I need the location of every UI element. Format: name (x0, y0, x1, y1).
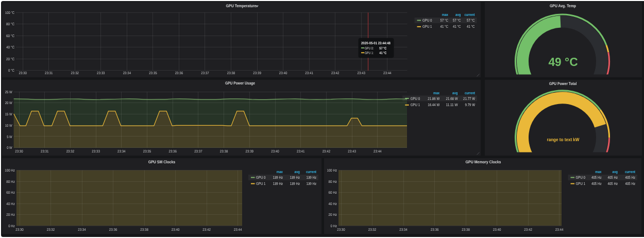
svg-text:avg: avg (295, 169, 300, 174)
svg-text:GPU Power Total: GPU Power Total (549, 81, 577, 86)
svg-text:23:40: 23:40 (271, 150, 279, 154)
svg-text:GPU 1: GPU 1 (411, 103, 420, 107)
svg-text:range to text kW: range to text kW (547, 137, 579, 142)
svg-text:23:34: 23:34 (123, 72, 131, 75)
svg-text:23:37: 23:37 (201, 72, 209, 75)
svg-text:current: current (306, 169, 316, 174)
svg-text:21.68 W: 21.68 W (446, 96, 459, 101)
svg-text:23:35: 23:35 (143, 150, 151, 154)
svg-text:GPU 1: GPU 1 (576, 181, 586, 186)
svg-text:23:36: 23:36 (109, 228, 117, 232)
svg-text:max: max (442, 12, 449, 17)
svg-text:40 Hz: 40 Hz (329, 202, 337, 206)
svg-text:100 °C: 100 °C (5, 11, 14, 15)
svg-text:23:38: 23:38 (462, 228, 470, 232)
svg-text:GPU 1: GPU 1 (256, 181, 266, 186)
svg-text:23:44: 23:44 (555, 228, 564, 232)
svg-text:57 °C: 57 °C (453, 18, 461, 23)
svg-text:GPU 0:: GPU 0: (365, 47, 374, 50)
svg-text:0 Hz: 0 Hz (8, 225, 15, 228)
svg-text:20 W: 20 W (5, 101, 12, 105)
svg-text:23:42: 23:42 (202, 228, 211, 232)
svg-text:0 °C: 0 °C (8, 69, 14, 73)
svg-text:21.86 W: 21.86 W (428, 96, 440, 101)
svg-text:23:34: 23:34 (117, 150, 126, 154)
svg-text:139 Hz: 139 Hz (273, 181, 283, 186)
svg-text:23:43: 23:43 (357, 72, 365, 75)
svg-text:23:44: 23:44 (383, 72, 392, 75)
svg-text:41 °C: 41 °C (467, 24, 475, 29)
svg-text:405 Hz: 405 Hz (591, 175, 602, 180)
svg-text:0 W: 0 W (7, 146, 12, 150)
svg-text:23:36: 23:36 (431, 228, 439, 232)
svg-text:25 W: 25 W (5, 91, 12, 94)
svg-text:139 Hz: 139 Hz (290, 175, 300, 180)
svg-text:23:44: 23:44 (374, 150, 382, 154)
svg-text:GPU Temperature: GPU Temperature (226, 4, 257, 8)
svg-text:max: max (433, 91, 440, 95)
svg-text:23:38: 23:38 (227, 72, 235, 75)
svg-text:GPU 0: GPU 0 (411, 96, 420, 101)
svg-text:23:33: 23:33 (92, 150, 100, 154)
svg-text:23:32: 23:32 (47, 228, 55, 232)
svg-text:9.79 W: 9.79 W (465, 103, 476, 107)
svg-text:80 Hz: 80 Hz (329, 180, 337, 184)
svg-text:41 °C: 41 °C (379, 52, 386, 55)
svg-text:max: max (595, 169, 602, 174)
svg-text:80 Hz: 80 Hz (6, 180, 15, 184)
svg-text:40 °C: 40 °C (6, 46, 14, 49)
svg-text:avg: avg (452, 91, 458, 95)
svg-text:100 Hz: 100 Hz (327, 169, 337, 173)
svg-text:23:37: 23:37 (194, 150, 202, 154)
svg-text:GPU SM Clocks: GPU SM Clocks (148, 160, 176, 164)
svg-text:23:36: 23:36 (168, 150, 177, 154)
svg-text:current: current (465, 91, 475, 95)
svg-text:23:36: 23:36 (175, 72, 183, 75)
svg-text:23:35: 23:35 (149, 72, 157, 75)
svg-text:405 Hz: 405 Hz (591, 181, 602, 186)
svg-text:23:42: 23:42 (323, 150, 331, 154)
svg-text:current: current (464, 12, 474, 17)
svg-text:0 Hz: 0 Hz (331, 225, 337, 228)
svg-text:5 W: 5 W (7, 135, 12, 139)
svg-text:23:30: 23:30 (337, 228, 345, 232)
svg-text:23:40: 23:40 (493, 228, 501, 232)
svg-text:139 Hz: 139 Hz (273, 175, 283, 180)
svg-text:57 °C: 57 °C (440, 18, 449, 23)
svg-text:21.77 W: 21.77 W (463, 96, 476, 101)
svg-text:405 Hz: 405 Hz (608, 175, 618, 180)
svg-text:23:32: 23:32 (71, 72, 79, 75)
svg-text:23:31: 23:31 (45, 72, 53, 75)
svg-text:current: current (625, 169, 635, 174)
svg-text:GPU Avg. Temp: GPU Avg. Temp (550, 4, 576, 8)
svg-text:23:39: 23:39 (246, 150, 254, 154)
svg-text:GPU Memory Clocks: GPU Memory Clocks (466, 160, 501, 164)
svg-text:405 Hz: 405 Hz (625, 181, 636, 186)
svg-text:80 °C: 80 °C (6, 23, 14, 26)
svg-text:23:40: 23:40 (172, 228, 180, 232)
svg-text:GPU 0: GPU 0 (422, 18, 432, 23)
svg-text:23:34: 23:34 (399, 228, 408, 232)
svg-text:GPU 1: GPU 1 (422, 24, 432, 29)
svg-text:avg: avg (613, 169, 618, 174)
svg-text:GPU 0: GPU 0 (256, 175, 266, 180)
svg-text:60 °C: 60 °C (6, 35, 14, 38)
svg-text:41 °C: 41 °C (440, 24, 449, 29)
svg-text:23:33: 23:33 (97, 72, 105, 75)
svg-text:23:42: 23:42 (524, 228, 532, 232)
svg-text:405 Hz: 405 Hz (608, 181, 618, 186)
svg-text:23:34: 23:34 (78, 228, 86, 232)
svg-text:GPU 1:: GPU 1: (365, 52, 374, 55)
svg-text:23:32: 23:32 (368, 228, 377, 232)
svg-text:max: max (277, 169, 283, 174)
svg-text:11.11 W: 11.11 W (446, 103, 459, 107)
svg-text:16.44 W: 16.44 W (428, 103, 440, 107)
svg-text:23:41: 23:41 (297, 150, 305, 154)
svg-text:139 Hz: 139 Hz (307, 181, 317, 186)
svg-text:23:30: 23:30 (19, 72, 27, 75)
svg-text:20 °C: 20 °C (6, 58, 14, 61)
svg-text:10 W: 10 W (5, 124, 12, 128)
svg-text:57 °C: 57 °C (379, 47, 386, 50)
svg-text:41 °C: 41 °C (453, 24, 461, 29)
svg-text:405 Hz: 405 Hz (625, 175, 636, 180)
